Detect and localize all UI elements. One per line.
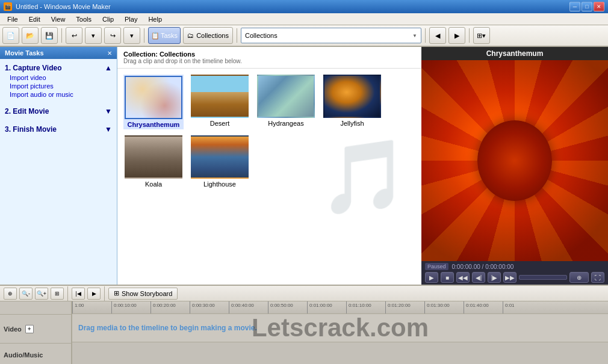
chrysanthemum-thumbnail (125, 76, 182, 119)
storyboard-label: Show Storyboard (122, 290, 172, 297)
separator-1 (61, 28, 62, 43)
minimize-button[interactable]: ─ (569, 2, 580, 11)
ruler-tick-7: 0:01:10:00 (346, 301, 385, 313)
edit-movie-title[interactable]: 2. Edit Movie ▼ (5, 106, 112, 117)
video-track-label: Video + (0, 315, 71, 344)
window-title: Untitled - Windows Movie Maker (16, 3, 111, 10)
split-button[interactable]: ⊕ (569, 272, 589, 283)
menu-edit[interactable]: Edit (24, 15, 45, 23)
menu-clip[interactable]: Clip (98, 15, 119, 23)
separator-5 (469, 28, 470, 43)
timeline-nav-back[interactable]: ⊕ (4, 288, 17, 300)
new-button[interactable]: 📄 (2, 27, 19, 44)
show-storyboard-button[interactable]: ⊞ Show Storyboard (108, 288, 178, 300)
forward-button[interactable]: ▶ (448, 27, 465, 44)
preview-video (421, 60, 608, 261)
view-toggle-button[interactable]: ⊞▾ (473, 27, 490, 44)
import-audio-link[interactable]: Import audio or music (5, 90, 112, 99)
preview-status: Paused 0:00:00.00 / 0:00:00:00 (425, 263, 604, 270)
video-label-text: Video (4, 325, 22, 333)
preview-panel: Chrysanthemum Paused 0:00:00.00 / 0:00:0… (421, 47, 608, 285)
menu-help[interactable]: Help (143, 15, 167, 23)
open-button[interactable]: 📂 (22, 27, 39, 44)
fast-forward-button[interactable]: ▶▶ (503, 272, 516, 283)
redo-button[interactable]: ↪ (104, 27, 121, 44)
koala-thumbnail (125, 135, 182, 179)
timeline-zoom-out[interactable]: 🔍- (19, 288, 33, 300)
stop-button[interactable]: ■ (441, 272, 454, 283)
timeline-play[interactable]: ▶ (87, 288, 101, 300)
ruler-corner (0, 301, 71, 315)
jellyfish-label: Jellyfish (340, 120, 364, 127)
media-item-chrysanthemum[interactable]: Chrysanthemum (123, 75, 184, 129)
menu-file[interactable]: File (2, 15, 23, 23)
collapse-icon: ▲ (105, 64, 112, 72)
expand-icon-finish: ▼ (105, 125, 112, 134)
menu-bar: File Edit View Tools Clip Play Help (0, 13, 608, 25)
prev-frame-button[interactable]: ◀| (472, 272, 485, 283)
import-video-link[interactable]: Import video (5, 73, 112, 82)
video-add-button[interactable]: + (25, 325, 34, 333)
preview-title: Chrysanthemum (421, 47, 608, 60)
ruler-tick-4: 0:00:40:00 (229, 301, 268, 313)
tasks-button[interactable]: 📋 Tasks (148, 27, 181, 44)
lighthouse-thumbnail (191, 135, 249, 179)
fullscreen-button[interactable]: ⛶ (591, 272, 604, 283)
collections-button[interactable]: 🗂 Collections (183, 27, 233, 44)
collections-dropdown[interactable]: Collections ▼ (241, 28, 421, 43)
collection-title: Collection: Collections (123, 51, 415, 58)
video-track[interactable]: Drag media to the timeline to begin maki… (72, 314, 608, 342)
dropdown-value: Collections (245, 32, 278, 39)
hydrangeas-label: Hydrangeas (268, 120, 303, 127)
back-button[interactable]: ◀ (429, 27, 446, 44)
menu-tools[interactable]: Tools (71, 15, 96, 23)
restore-button[interactable]: □ (582, 2, 592, 11)
toolbar: 📄 📂 💾 ↩ ▾ ↪ ▾ 📋 Tasks 🗂 Collections Coll… (0, 25, 608, 47)
media-item-jellyfish[interactable]: Jellyfish (322, 75, 382, 129)
play-pause-button[interactable]: ▶ (425, 272, 438, 283)
media-item-lighthouse[interactable]: Lighthouse (190, 135, 250, 188)
paused-badge: Paused (425, 263, 448, 270)
timeline-tracks: Video + Audio/Music Title Overlay 1:00 0… (0, 301, 608, 364)
music-watermark: 🎵 (319, 134, 409, 219)
storyboard-icon: ⊞ (114, 289, 119, 297)
tasks-close-button[interactable]: ✕ (107, 50, 112, 57)
track-content-area: 1:00 0:00:10:00 0:00:20:00 0:00:30:00 0:… (72, 301, 608, 364)
media-item-desert[interactable]: Desert (190, 75, 250, 129)
drag-hint: Drag media to the timeline to begin maki… (72, 321, 263, 335)
menu-play[interactable]: Play (120, 15, 142, 23)
rewind-button[interactable]: ◀◀ (456, 272, 470, 283)
main-area: Movie Tasks ✕ 1. Capture Video ▲ Import … (0, 47, 608, 285)
finish-movie-title[interactable]: 3. Finish Movie ▼ (5, 124, 112, 135)
ruler-tick-8: 0:01:20:00 (385, 301, 424, 313)
seek-bar[interactable] (519, 275, 567, 280)
ruler-tick-3: 0:00:30:00 (190, 301, 229, 313)
import-pictures-link[interactable]: Import pictures (5, 82, 112, 90)
timecode: 0:00:00.00 / 0:00:00:00 (452, 264, 514, 270)
timeline-play-back[interactable]: |◀ (72, 288, 85, 300)
collection-grid: Chrysanthemum Desert Hydrangeas Jellyfis… (117, 69, 421, 285)
preview-controls: Paused 0:00:00.00 / 0:00:00:00 ▶ ■ ◀◀ ◀|… (421, 261, 608, 285)
tasks-panel-title: Movie Tasks (5, 49, 44, 57)
undo-button[interactable]: ↩ (66, 27, 82, 44)
tl-separator (67, 286, 68, 301)
menu-view[interactable]: View (46, 15, 70, 23)
tasks-panel: Movie Tasks ✕ 1. Capture Video ▲ Import … (0, 47, 117, 285)
timeline-zoom-fit[interactable]: ⊞ (51, 288, 64, 300)
tasks-icon: 📋 (151, 32, 160, 40)
tasks-label: Tasks (161, 32, 178, 39)
lighthouse-label: Lighthouse (203, 180, 236, 188)
media-item-koala[interactable]: Koala (123, 135, 184, 188)
media-item-hydrangeas[interactable]: Hydrangeas (256, 75, 316, 129)
audio-track[interactable] (72, 342, 608, 364)
timeline-toolbar: ⊕ 🔍- 🔍+ ⊞ |◀ ▶ ⊞ Show Storyboard (0, 286, 608, 301)
undo-dropdown[interactable]: ▾ (85, 27, 102, 44)
capture-video-title[interactable]: 1. Capture Video ▲ (5, 63, 112, 73)
close-button[interactable]: ✕ (594, 2, 604, 11)
title-bar-left: 🎬 Untitled - Windows Movie Maker (4, 2, 111, 11)
finish-movie-section: 3. Finish Movie ▼ (0, 120, 117, 138)
next-frame-button[interactable]: |▶ (488, 272, 501, 283)
save-button[interactable]: 💾 (41, 27, 58, 44)
redo-dropdown[interactable]: ▾ (123, 27, 140, 44)
timeline-zoom-in[interactable]: 🔍+ (35, 288, 48, 300)
